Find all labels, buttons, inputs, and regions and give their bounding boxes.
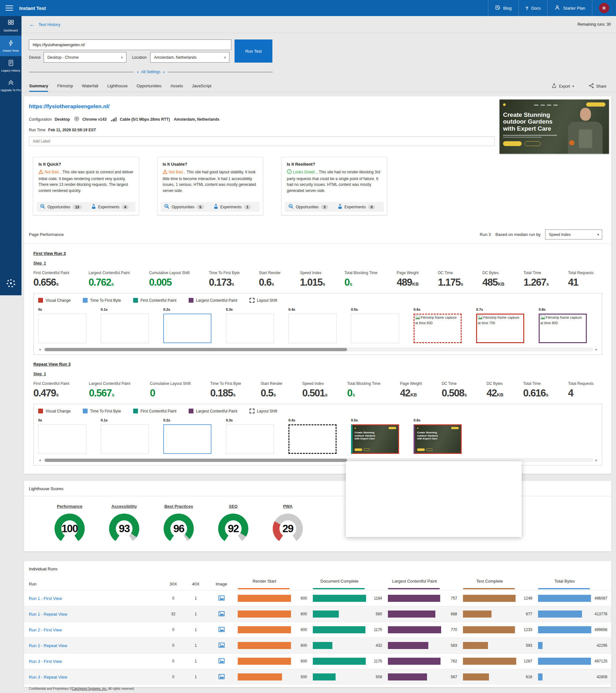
gauge-label[interactable]: Best Practices [151,504,206,509]
back-to-test-history[interactable]: ← Test History [29,21,60,27]
image-icon[interactable] [207,611,236,617]
tested-site-url[interactable]: https://fysiotherapieengelen.nl/ [29,103,109,110]
filmstrip-frame[interactable] [38,424,86,454]
filmstrip-frame[interactable]: Create Stunning outdoor Gardens with Exp… [351,424,399,454]
nav-blog[interactable]: Blog [488,0,518,16]
filmstrip-frame[interactable] [101,314,149,343]
sidebar-item-upgrade-to-pro[interactable]: Upgrade To Pro [0,76,21,95]
lighthouse-gauges: Performance100Accessibility93Best Practi… [29,504,611,544]
device-select[interactable]: Desktop - Chrome ∨ [44,52,126,63]
tab-summary[interactable]: Summary [29,83,48,92]
cell-render_start: 600 [236,622,311,637]
gauge-label[interactable]: PWA [261,504,315,509]
gauge-label[interactable]: SEO [206,504,261,509]
run-link[interactable]: Run 2 - Repeat View [24,643,162,648]
scroll-left-icon[interactable]: ◄ [38,458,41,462]
run-link[interactable]: Run 1 - First View [24,596,162,601]
experiments-link[interactable]: Experiments0 [338,204,375,210]
filmstrip-legend: Visual ChangeTime To First ByteFirst Con… [38,409,602,413]
filmstrip-frame[interactable]: Filmstrip frame capture at time 800 [539,314,587,343]
url-input[interactable] [29,39,231,50]
run-link[interactable]: Run 3 - Repeat View [24,675,162,679]
metric-bar [238,642,291,649]
image-icon[interactable] [207,595,236,601]
median-metric-select[interactable]: Speed Index ▾ [545,230,602,239]
double-chevron-up-icon [7,79,15,87]
add-label-input[interactable] [29,136,495,146]
export-button[interactable]: Export ▾ [552,83,574,89]
avatar[interactable]: R [599,3,609,13]
step-link[interactable]: Step_1 [33,261,46,265]
scroll-right-icon[interactable]: ► [595,458,598,462]
opportunities-link[interactable]: Opportunities3 [288,204,328,210]
run-test-button[interactable]: Run Test [234,39,272,63]
step-link[interactable]: Step_1 [33,372,46,376]
tab-assets[interactable]: Assets [170,83,183,92]
share-button[interactable]: Share [589,83,607,89]
nav-starter-plan[interactable]: Starter Plan [547,0,592,16]
tab-lighthouse[interactable]: Lighthouse [107,83,128,92]
legend-largest-contentful-paint: Largest Contentful Paint [189,298,238,303]
sidebar-item-legacy-history[interactable]: Legacy History [0,56,21,76]
image-icon[interactable] [207,627,236,633]
scrollbar-track[interactable] [43,347,593,352]
experiments-link[interactable]: Experiments1 [214,204,251,210]
scrollbar-thumb[interactable] [45,459,347,462]
all-settings-toggle[interactable]: ∨ All Settings ∨ [137,70,165,74]
filmstrip-frame[interactable] [288,314,336,343]
image-icon[interactable] [207,674,236,680]
metric-bar [463,673,489,680]
col-lcp[interactable]: Largest Contentful Paint [386,575,461,590]
run-link[interactable]: Run 1 - Repeat View [24,612,162,617]
filmstrip-tick: 0.3s [226,308,274,311]
repeat-view-link[interactable]: Repeat View Run 3 [33,362,70,367]
filmstrip-frame[interactable] [226,314,274,343]
run-label: Run 3 [480,232,491,237]
filmstrip-frame[interactable] [101,424,149,454]
site-hero-button [503,141,522,146]
warning-icon [163,171,167,175]
gauge-label[interactable]: Performance [42,504,97,509]
tab-waterfall[interactable]: Waterfall [82,83,98,92]
opportunities-link[interactable]: Opportunities5 [164,204,204,210]
col-doc_complete[interactable]: Document Complete [311,575,386,590]
cell-lcp: 762 [386,654,461,669]
scroll-right-icon[interactable]: ► [595,348,598,351]
tab-javascript[interactable]: JavaScript [192,83,211,92]
filmstrip-frame[interactable]: Filmstrip frame capture at time 700 [476,314,524,343]
filmstrip-frame[interactable] [163,314,211,343]
col-test_complete[interactable]: Test Complete [461,575,536,590]
image-icon[interactable] [207,658,236,665]
col-total_bytes[interactable]: Total Bytes [536,575,611,590]
filmstrip-frame[interactable] [226,424,274,454]
catchpoint-link[interactable]: Catchpoint Systems, Inc. [72,687,107,690]
first-view-link[interactable]: First View Run 3 [33,251,66,256]
location-select[interactable]: Amsterdam, Netherlands ∨ [150,52,229,63]
nav-docs[interactable]: ? Docs [518,0,548,16]
scrollbar-thumb[interactable] [45,348,347,351]
filmstrip-frame[interactable]: Filmstrip frame capture at time 600 [414,314,462,343]
experiments-link[interactable]: Experiments4 [91,204,129,210]
filmstrip-frame[interactable] [288,424,336,454]
network-signal-icon [111,117,117,121]
col-render_start[interactable]: Render Start [236,575,311,590]
legend-layout-shift: Layout Shift [250,298,277,303]
gauge-performance: Performance100 [42,504,97,544]
run-link[interactable]: Run 2 - First View [24,628,162,632]
tab-opportunities[interactable]: Opportunities [137,83,161,92]
runs-table-header: Run30X40XImageRender StartDocument Compl… [24,575,611,590]
filmstrip-frame[interactable] [163,424,211,454]
scroll-left-icon[interactable]: ◄ [38,348,41,351]
run-link[interactable]: Run 3 - First View [24,659,162,664]
filmstrip-frame[interactable]: Create Stunning outdoor Gardens with Exp… [414,424,462,454]
sidebar-item-dashboard[interactable]: Dashboard [0,16,21,36]
opportunities-link[interactable]: Opportunities13 [40,204,82,210]
gauge-label[interactable]: Accessibility [97,504,151,509]
image-icon[interactable] [207,642,236,649]
tab-filmstrip[interactable]: Filmstrip [57,83,73,92]
filmstrip-frame[interactable] [38,314,86,343]
hamburger-menu-icon[interactable] [5,4,13,12]
metric-cumulative-layout-shift: Cumulative Layout Shift0 [150,381,190,399]
sidebar-item-instant-tests[interactable]: Instant Tests [0,36,21,57]
filmstrip-frame[interactable] [351,314,399,343]
